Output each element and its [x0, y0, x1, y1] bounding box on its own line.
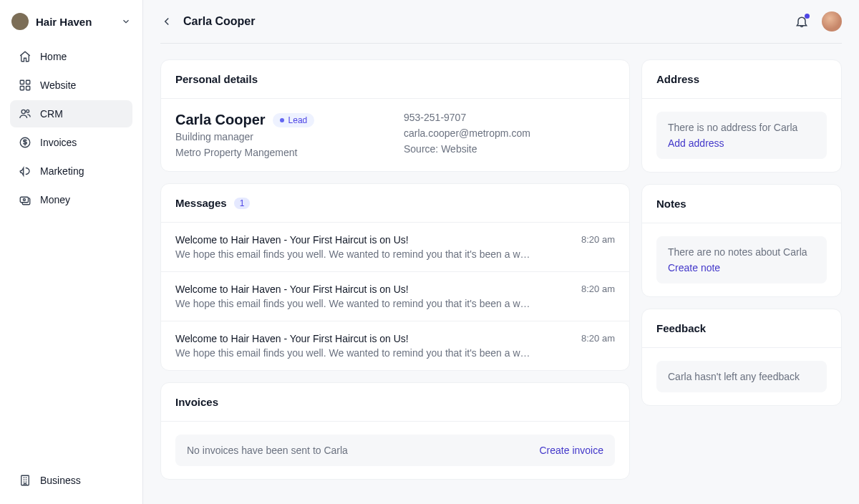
- dollar-circle-icon: [19, 136, 31, 149]
- contact-name: Carla Cooper: [175, 112, 266, 128]
- feedback-card: Feedback Carla hasn't left any feedback: [641, 309, 842, 406]
- sidebar-item-label: Invoices: [40, 137, 77, 148]
- sidebar-item-label: Website: [40, 79, 76, 91]
- feedback-heading: Feedback: [656, 322, 706, 334]
- message-subject: Welcome to Hair Haven - Your First Hairc…: [175, 234, 409, 246]
- message-subject: Welcome to Hair Haven - Your First Hairc…: [175, 333, 409, 344]
- message-item[interactable]: Welcome to Hair Haven - Your First Hairc…: [161, 272, 629, 321]
- topbar: Carla Cooper: [143, 0, 859, 43]
- address-empty-text: There is no address for Carla: [668, 122, 815, 133]
- sidebar-item-invoices[interactable]: Invoices: [10, 129, 132, 156]
- message-preview: We hope this email finds you well. We wa…: [175, 347, 533, 359]
- megaphone-icon: [19, 165, 31, 178]
- address-card: Address There is no address for Carla Ad…: [641, 59, 842, 173]
- building-icon: [19, 474, 31, 487]
- cash-icon: [19, 193, 31, 206]
- sidebar-item-label: Money: [40, 194, 70, 205]
- contact-company: Metro Property Mangement: [175, 147, 387, 158]
- notes-heading: Notes: [656, 198, 686, 210]
- layout-icon: [19, 79, 31, 92]
- svg-point-8: [23, 199, 25, 201]
- sidebar-item-crm[interactable]: CRM: [10, 100, 132, 127]
- chevron-down-icon: [121, 16, 131, 26]
- back-button[interactable]: [160, 15, 173, 28]
- personal-details-heading: Personal details: [175, 73, 258, 85]
- message-item[interactable]: Welcome to Hair Haven - Your First Hairc…: [161, 321, 629, 370]
- status-badge: Lead: [273, 113, 315, 127]
- sidebar-item-marketing[interactable]: Marketing: [10, 158, 132, 185]
- sidebar-item-money[interactable]: Money: [10, 186, 132, 213]
- contact-source: Source: Website: [404, 143, 615, 155]
- notes-empty-text: There are no notes about Carla: [668, 246, 815, 258]
- workspace-name: Hair Haven: [36, 16, 114, 28]
- sidebar-item-home[interactable]: Home: [10, 43, 132, 70]
- create-invoice-link[interactable]: Create invoice: [540, 445, 604, 456]
- create-note-link[interactable]: Create note: [668, 262, 815, 273]
- notifications-button[interactable]: [795, 14, 809, 29]
- sidebar: Hair Haven Home Website: [0, 0, 143, 504]
- home-icon: [19, 50, 31, 63]
- notes-empty-state: There are no notes about Carla Create no…: [656, 236, 827, 284]
- workspace-avatar: [11, 13, 29, 30]
- message-time: 8:20 am: [581, 284, 615, 295]
- invoices-heading: Invoices: [175, 396, 218, 408]
- invoices-empty-text: No invoices have been sent to Carla: [187, 445, 348, 456]
- message-preview: We hope this email finds you well. We wa…: [175, 248, 533, 260]
- messages-card: Messages 1 Welcome to Hair Haven - Your …: [160, 183, 630, 371]
- add-address-link[interactable]: Add address: [668, 137, 815, 149]
- svg-rect-0: [20, 80, 24, 84]
- address-empty-state: There is no address for Carla Add addres…: [656, 112, 827, 159]
- address-heading: Address: [656, 73, 699, 85]
- invoices-card: Invoices No invoices have been sent to C…: [160, 382, 630, 480]
- page-title: Carla Cooper: [183, 15, 255, 28]
- status-dot: [280, 118, 284, 122]
- contact-role: Building manager: [175, 131, 387, 142]
- user-avatar[interactable]: [822, 11, 842, 32]
- sidebar-item-label: Home: [40, 51, 67, 62]
- sidebar-item-business[interactable]: Business: [10, 467, 132, 494]
- message-time: 8:20 am: [581, 234, 615, 246]
- svg-rect-2: [20, 87, 24, 90]
- message-item[interactable]: Welcome to Hair Haven - Your First Hairc…: [161, 223, 629, 272]
- main-area: Carla Cooper Personal details: [143, 0, 859, 504]
- feedback-empty-text: Carla hasn't left any feedback: [668, 371, 815, 382]
- status-label: Lead: [288, 115, 308, 125]
- contact-email: carla.cooper@metropm.com: [404, 127, 615, 139]
- notification-dot: [805, 14, 810, 19]
- message-preview: We hope this email finds you well. We wa…: [175, 298, 533, 309]
- contact-phone: 953-251-9707: [404, 112, 615, 123]
- sidebar-item-label: Marketing: [40, 165, 84, 177]
- sidebar-item-label: CRM: [40, 108, 63, 120]
- svg-point-5: [26, 110, 29, 112]
- workspace-switcher[interactable]: Hair Haven: [10, 10, 132, 43]
- message-time: 8:20 am: [581, 333, 615, 344]
- sidebar-item-website[interactable]: Website: [10, 72, 132, 99]
- svg-rect-3: [26, 87, 30, 90]
- primary-nav: Home Website CRM Invoices: [10, 43, 132, 213]
- personal-details-card: Personal details Carla Cooper Lead: [160, 59, 630, 172]
- svg-point-4: [21, 110, 25, 113]
- message-subject: Welcome to Hair Haven - Your First Hairc…: [175, 284, 409, 295]
- svg-rect-7: [20, 197, 28, 203]
- messages-count-badge: 1: [234, 198, 251, 209]
- svg-rect-1: [26, 80, 30, 84]
- sidebar-item-label: Business: [40, 475, 81, 486]
- notes-card: Notes There are no notes about Carla Cre…: [641, 184, 842, 297]
- feedback-empty-state: Carla hasn't left any feedback: [656, 361, 827, 392]
- invoices-empty-state: No invoices have been sent to Carla Crea…: [175, 435, 615, 466]
- messages-heading: Messages: [175, 197, 227, 209]
- users-icon: [19, 107, 31, 120]
